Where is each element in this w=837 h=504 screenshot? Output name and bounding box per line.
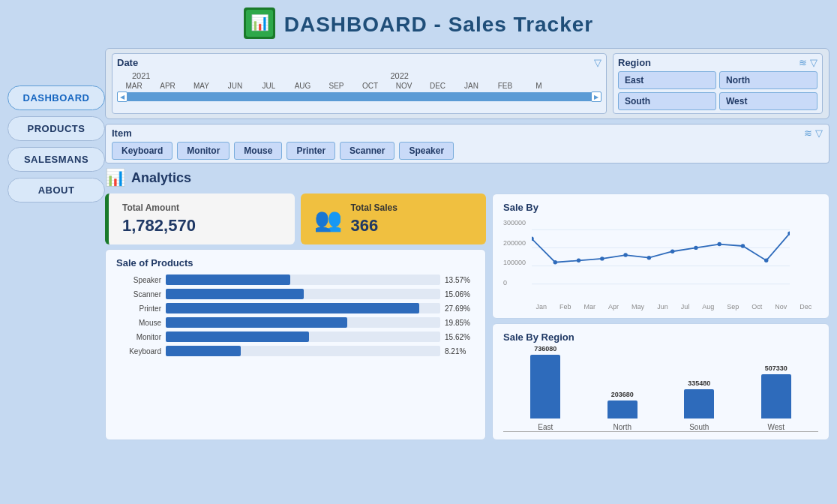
page-title: DASHBOARD - Sales Tracker [284, 13, 593, 37]
line-chart-container: 300000 200000 100000 0 [503, 219, 818, 302]
bar-row: Monitor15.62% [116, 332, 475, 342]
bar-row: Printer27.69% [116, 303, 475, 314]
date-slider[interactable]: ◀ ▶ [117, 92, 602, 101]
total-amount-value: 1,782,570 [122, 216, 281, 236]
products-chart-box: Sale of Products Speaker13.57%Scanner15.… [105, 249, 486, 440]
content-area: Date ▽ 2021 2022 MAR APR MAY JUN JUL AUG… [105, 48, 830, 440]
filters-container: Date ▽ 2021 2022 MAR APR MAY JUN JUL AUG… [105, 48, 830, 119]
date-slider-left-arrow[interactable]: ◀ [117, 92, 128, 102]
analytics-left: Total Amount 1,782,570 👥 Total Sales 366… [105, 194, 486, 440]
total-sales-label: Total Sales [351, 202, 398, 213]
x-axis-labels: Jan Feb Mar Apr May Jun Jul Aug Sep Oct … [503, 303, 818, 310]
analytics-title: Analytics [131, 170, 191, 186]
item-filter-icons: ≋ ▽ [804, 128, 823, 139]
item-btn-printer[interactable]: Printer [286, 142, 335, 160]
main-wrapper: DASHBOARD PRODUCTS SALESMANS ABOUT Date … [0, 48, 837, 448]
kpi-row: Total Amount 1,782,570 👥 Total Sales 366 [105, 194, 486, 244]
region-bar-axis [503, 431, 818, 432]
bar-row: Scanner15.06% [116, 289, 475, 299]
analytics-bar-icon: 📊 [105, 168, 125, 188]
region-bar-col-south: 335480South [664, 380, 734, 431]
date-filter: Date ▽ 2021 2022 MAR APR MAY JUN JUL AUG… [112, 53, 607, 114]
svg-point-15 [717, 242, 721, 246]
svg-point-13 [670, 250, 674, 254]
svg-point-10 [600, 256, 604, 260]
svg-point-9 [577, 259, 580, 262]
item-btn-scanner[interactable]: Scanner [340, 142, 394, 160]
total-sales-value: 366 [351, 216, 398, 236]
kpi-total-amount: Total Amount 1,782,570 [105, 194, 295, 244]
sales-icon: 👥 [314, 206, 342, 232]
products-chart-title: Sale of Products [116, 257, 475, 268]
sidebar-item-products[interactable]: PRODUCTS [8, 116, 105, 141]
region-btn-north[interactable]: North [719, 71, 818, 89]
svg-point-12 [647, 256, 651, 260]
region-filter-icons: ≋ ▽ [799, 57, 818, 68]
header-icon: 📊 [244, 8, 275, 42]
region-filter-header: Region ≋ ▽ [618, 57, 818, 68]
sales-text: Total Sales 366 [351, 202, 398, 236]
item-btn-mouse[interactable]: Mouse [234, 142, 282, 160]
year-2022: 2022 [390, 71, 408, 80]
analytics-header: 📊 Analytics [105, 168, 830, 188]
region-bar-chart: 736080East203680North335480South507330We… [503, 349, 818, 431]
total-amount-label: Total Amount [122, 202, 281, 213]
item-buttons: Keyboard Monitor Mouse Printer Scanner S… [112, 142, 823, 160]
region-bar-col-east: 736080East [511, 345, 580, 431]
region-btn-west[interactable]: West [719, 92, 818, 110]
bar-row: Speaker13.57% [116, 274, 475, 285]
region-filter-label: Region [618, 57, 651, 68]
date-filter-header: Date ▽ [117, 57, 602, 68]
item-btn-speaker[interactable]: Speaker [399, 142, 454, 160]
region-bar-col-north: 203680North [588, 391, 658, 431]
sidebar-item-salesmans[interactable]: SALESMANS [8, 147, 105, 172]
bar-row: Keyboard8.21% [116, 346, 475, 356]
region-btn-south[interactable]: South [618, 92, 716, 110]
region-chart-box: Sale By Region 736080East203680North3354… [492, 323, 830, 440]
date-filter-label: Date [117, 57, 138, 68]
line-chart-title: Sale By [503, 202, 818, 213]
analytics-right: Sale By 300000 200000 100000 0 Jan Feb [492, 194, 830, 440]
line-chart-svg [503, 219, 790, 302]
date-slider-right-arrow[interactable]: ▶ [591, 92, 602, 102]
svg-point-11 [623, 253, 627, 256]
region-btn-east[interactable]: East [618, 71, 716, 89]
date-filter-icons: ▽ [594, 57, 602, 68]
item-btn-monitor[interactable]: Monitor [177, 142, 230, 160]
y-axis-labels: 300000 200000 100000 0 [503, 219, 530, 286]
svg-point-7 [530, 237, 533, 241]
item-filter-header: Item ≋ ▽ [112, 128, 823, 139]
svg-point-8 [554, 260, 557, 264]
bar-row: Mouse19.85% [116, 317, 475, 328]
date-years: 2021 2022 [117, 71, 602, 80]
sidebar: DASHBOARD PRODUCTS SALESMANS ABOUT [8, 48, 105, 440]
svg-point-16 [741, 244, 745, 248]
date-months: MAR APR MAY JUN JUL AUG SEP OCT NOV DEC … [117, 82, 602, 90]
region-bar-col-west: 507330West [742, 364, 812, 431]
item-filter: Item ≋ ▽ Keyboard Monitor Mouse Printer … [105, 124, 830, 164]
svg-text:📊: 📊 [250, 14, 268, 32]
svg-point-14 [694, 246, 698, 250]
region-filter: Region ≋ ▽ East North South West [613, 53, 823, 114]
analytics-section: Total Amount 1,782,570 👥 Total Sales 366… [105, 194, 830, 440]
header: 📊 DASHBOARD - Sales Tracker [0, 0, 837, 48]
region-grid: East North South West [618, 71, 818, 110]
item-btn-keyboard[interactable]: Keyboard [112, 142, 172, 160]
sidebar-item-about[interactable]: ABOUT [8, 178, 105, 202]
region-chart-title: Sale By Region [503, 332, 818, 343]
kpi-total-sales: 👥 Total Sales 366 [301, 194, 487, 244]
year-2021: 2021 [132, 71, 150, 80]
svg-point-17 [764, 259, 768, 262]
line-chart-box: Sale By 300000 200000 100000 0 Jan Feb [492, 194, 830, 319]
item-filter-label: Item [112, 128, 132, 139]
sidebar-item-dashboard[interactable]: DASHBOARD [8, 86, 105, 110]
bar-chart-rows: Speaker13.57%Scanner15.06%Printer27.69%M… [116, 274, 475, 356]
date-slider-fill [124, 92, 594, 101]
